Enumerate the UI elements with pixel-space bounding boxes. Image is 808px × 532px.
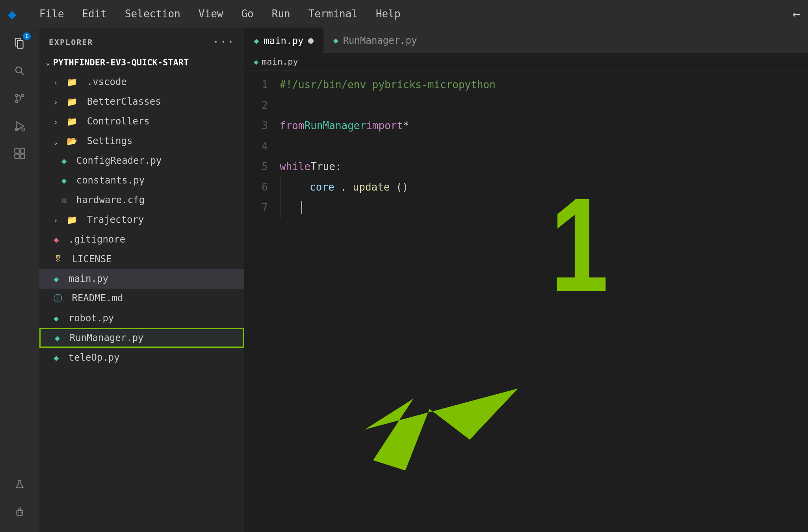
sidebar-item-vscode[interactable]: › 📁 .vscode — [39, 72, 244, 92]
configreader-label: ConfigReader.py — [76, 155, 162, 166]
token-shebang: #!/usr/bin/env pybricks-micropython — [280, 74, 496, 95]
svg-point-17 — [18, 512, 19, 513]
folder-icon: 📁 — [67, 77, 77, 87]
readme-file-icon: ⓘ — [54, 293, 62, 303]
teleop-label: teleOp.py — [69, 352, 120, 363]
mainpy-label: main.py — [69, 273, 108, 284]
sidebar-item-teleop[interactable]: ◆ teleOp.py — [39, 348, 244, 367]
menu-terminal[interactable]: Terminal — [305, 6, 361, 22]
editor-with-annotation: 1 2 3 4 5 6 7 #!/usr/bin/env pybricks-mi… — [244, 70, 808, 532]
token-from: from — [280, 115, 305, 136]
sidebar-item-runmanager[interactable]: ◆ RunManager.py — [39, 328, 244, 348]
token-while: while — [280, 156, 310, 177]
python-file-icon: ◆ — [54, 274, 59, 284]
python-tab-icon: ◆ — [333, 35, 338, 45]
menu-view[interactable]: View — [195, 6, 227, 22]
activity-flask[interactable] — [8, 473, 32, 497]
activity-bar: 1 — [0, 28, 39, 532]
activity-explorer[interactable]: 1 — [8, 32, 32, 55]
constants-label: constants.py — [76, 175, 145, 186]
sidebar-item-license[interactable]: 🎖 LICENSE — [39, 249, 244, 269]
code-line-7 — [280, 197, 808, 218]
token-parens: () — [396, 181, 408, 193]
sidebar-item-hardware[interactable]: ⚙ hardware.cfg — [39, 190, 244, 210]
sidebar-item-gitignore[interactable]: ◆ .gitignore — [39, 230, 244, 249]
controllers-label: Controllers — [87, 116, 150, 127]
chevron-right-icon: › — [54, 98, 58, 106]
hardware-label: hardware.cfg — [76, 195, 145, 206]
gitignore-label: .gitignore — [69, 234, 126, 245]
svg-point-5 — [21, 94, 24, 96]
sidebar: EXPLORER ··· ⌄ PYTHFINDER-EV3-QUICK-STAR… — [39, 28, 244, 532]
menu-go[interactable]: Go — [238, 6, 256, 22]
menu-edit[interactable]: Edit — [79, 6, 110, 22]
svg-point-18 — [20, 512, 22, 513]
runmanager-label: RunManager.py — [70, 332, 144, 343]
menu-selection[interactable]: Selection — [122, 6, 184, 22]
tab-runmanager[interactable]: ◆ RunManager.py — [323, 28, 427, 53]
python-file-icon: ◆ — [54, 353, 59, 363]
python-file-icon: ◆ — [61, 176, 67, 185]
tab-bar: ◆ main.py ◆ RunManager.py — [244, 28, 808, 53]
chevron-right-icon: › — [54, 216, 58, 224]
sidebar-item-constants[interactable]: ◆ constants.py — [39, 171, 244, 190]
line-numbers: 1 2 3 4 5 6 7 — [244, 74, 276, 528]
vscode-label: .vscode — [87, 76, 127, 87]
folder-icon: 📁 — [67, 215, 77, 225]
code-line-6: core . update () — [280, 177, 808, 197]
cfg-file-icon: ⚙ — [61, 195, 67, 205]
main-container: 1 — [0, 28, 808, 532]
svg-rect-13 — [20, 154, 24, 158]
activity-extensions[interactable] — [8, 142, 32, 165]
sidebar-item-settings[interactable]: ⌄ 📂 Settings — [39, 131, 244, 151]
project-name-label: PYTHFINDER-EV3-QUICK-START — [53, 57, 189, 67]
sidebar-item-controllers[interactable]: › 📁 Controllers — [39, 111, 244, 131]
token-star: * — [403, 115, 409, 136]
explorer-badge: 1 — [23, 32, 31, 40]
sidebar-more-button[interactable]: ··· — [212, 35, 235, 48]
python-file-icon: ◆ — [54, 313, 59, 323]
folder-open-icon: 📂 — [67, 136, 77, 146]
token-update: update — [353, 181, 390, 193]
svg-line-3 — [21, 72, 24, 75]
code-content: #!/usr/bin/env pybricks-micropython from… — [276, 74, 808, 528]
menu-bar: File Edit Selection View Go Run Terminal… — [36, 6, 404, 22]
menu-help[interactable]: Help — [373, 6, 404, 22]
chevron-down-icon: ⌄ — [54, 137, 58, 146]
chevron-right-icon: › — [54, 78, 58, 87]
code-line-1: #!/usr/bin/env pybricks-micropython — [280, 74, 808, 95]
license-label: LICENSE — [72, 254, 111, 265]
activity-source-control[interactable] — [8, 87, 32, 110]
sidebar-item-configreader[interactable]: ◆ ConfigReader.py — [39, 151, 244, 171]
code-line-4 — [280, 136, 808, 156]
git-file-icon: ◆ — [54, 235, 59, 245]
sidebar-header: EXPLORER ··· — [39, 28, 244, 52]
menu-file[interactable]: File — [36, 6, 67, 22]
code-line-2 — [280, 95, 808, 115]
python-tab-icon: ◆ — [254, 36, 259, 46]
sidebar-item-trajectory[interactable]: › 📁 Trajectory — [39, 210, 244, 230]
cursor — [301, 201, 302, 214]
folder-icon: 📁 — [67, 117, 77, 126]
titlebar: ◆ File Edit Selection View Go Run Termin… — [0, 0, 808, 28]
betterclasses-label: BetterClasses — [87, 96, 161, 107]
tab-mainpy[interactable]: ◆ main.py — [244, 28, 323, 53]
svg-point-4 — [15, 94, 18, 96]
back-arrow-icon[interactable]: ← — [793, 6, 800, 21]
trajectory-label: Trajectory — [87, 214, 144, 225]
explorer-title: EXPLORER — [49, 37, 93, 47]
vscode-logo-icon: ◆ — [8, 6, 17, 22]
file-tree: ⌄ PYTHFINDER-EV3-QUICK-START › 📁 .vscode… — [39, 52, 244, 371]
tab-runmanager-label: RunManager.py — [343, 35, 417, 46]
sidebar-item-robotpy[interactable]: ◆ robot.py — [39, 308, 244, 328]
code-editor[interactable]: 1 2 3 4 5 6 7 #!/usr/bin/env pybricks-mi… — [244, 70, 808, 532]
sidebar-item-mainpy[interactable]: ◆ main.py — [39, 269, 244, 289]
project-root[interactable]: ⌄ PYTHFINDER-EV3-QUICK-START — [39, 52, 244, 72]
sidebar-item-readme[interactable]: ⓘ README.md — [39, 289, 244, 308]
activity-robot[interactable] — [8, 500, 32, 524]
breadcrumb-path: main.py — [262, 57, 298, 67]
activity-run-debug[interactable] — [8, 114, 32, 138]
sidebar-item-betterclasses[interactable]: › 📁 BetterClasses — [39, 92, 244, 111]
menu-run[interactable]: Run — [269, 6, 293, 22]
activity-search[interactable] — [8, 59, 32, 83]
